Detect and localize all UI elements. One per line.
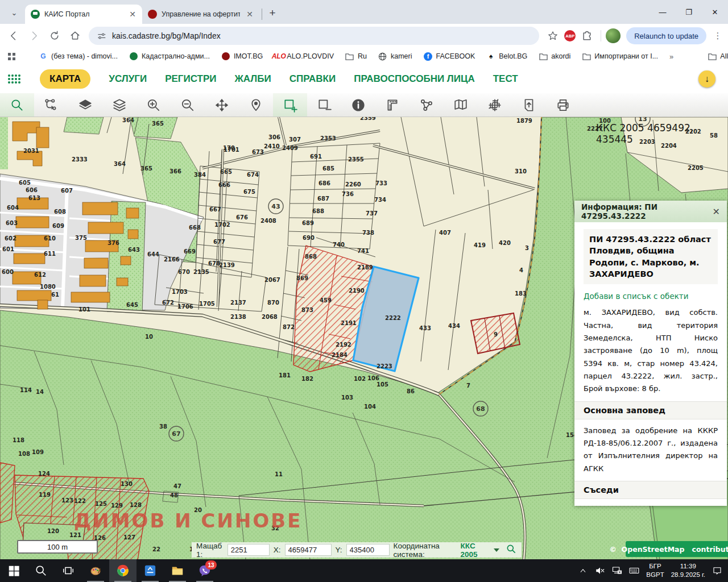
nav-item-karta[interactable]: КАРТА <box>40 69 90 89</box>
nav-item-zhalbi[interactable]: ЖАЛБИ <box>235 73 271 85</box>
minimize-button[interactable]: — <box>650 0 676 24</box>
viber-app-icon[interactable]: 13 <box>191 559 218 582</box>
omnibox[interactable]: kais.cadastre.bg/bg/Map/Index <box>89 27 539 45</box>
start-button[interactable] <box>0 559 27 582</box>
reload-icon[interactable] <box>46 27 64 45</box>
language-indicator[interactable]: БГР BGPT <box>646 562 664 579</box>
map-tool-icon[interactable] <box>444 93 478 117</box>
chrome-app-icon[interactable] <box>109 559 136 582</box>
parcel-label: 2137 <box>230 300 246 306</box>
url-text[interactable]: kais.cadastre.bg/bg/Map/Index <box>112 31 221 40</box>
site-settings-icon[interactable] <box>97 31 106 41</box>
extensions-puzzle-icon[interactable] <box>578 27 596 45</box>
neighbors-row: 47295.43.389,47295.43.407, <box>584 504 718 506</box>
zoom-out-tool-icon[interactable] <box>171 93 205 117</box>
layers-stack-tool-icon[interactable] <box>102 93 136 117</box>
parcel-label: 609 <box>52 223 64 229</box>
tab-close-icon[interactable]: ✕ <box>245 9 255 19</box>
coordinates-tool-icon[interactable] <box>478 93 512 117</box>
parcel-label: 733 <box>375 180 387 186</box>
apps-grid-icon[interactable] <box>7 52 16 61</box>
info-tool-icon[interactable] <box>341 93 375 117</box>
nav-item-test[interactable]: ТЕСТ <box>493 73 518 85</box>
location-pin-tool-icon[interactable] <box>239 93 273 117</box>
back-icon[interactable] <box>5 27 23 45</box>
status-search-icon[interactable] <box>506 543 517 556</box>
browser-menu-icon[interactable]: ⋮ <box>712 31 723 41</box>
parcel-heading: ПИ 47295.43.2222 област Пловдив, община … <box>584 229 718 284</box>
bookmark-facebook[interactable]: fFACEBOOK <box>423 52 475 61</box>
bookmark-google[interactable]: G(без тема) - dimovi... <box>39 52 118 61</box>
bookmark-star-icon[interactable] <box>544 27 562 45</box>
nav-item-spravki[interactable]: СПРАВКИ <box>289 73 336 85</box>
download-button[interactable]: ↓ <box>698 70 715 88</box>
new-tab-button[interactable]: + <box>264 6 280 22</box>
volume-muted-icon[interactable] <box>595 566 605 576</box>
bookmarks-overflow-icon[interactable]: » <box>669 52 673 61</box>
layers-tool-icon[interactable] <box>68 93 102 117</box>
parcel-label: 2138 <box>230 314 246 320</box>
relaunch-button[interactable]: Relaunch to update <box>626 27 706 44</box>
deselect-area-tool-icon[interactable] <box>307 93 341 117</box>
nav-item-pravosposobni[interactable]: ПРАВОСПОСОБНИ ЛИЦА <box>354 73 475 85</box>
pan-tool-icon[interactable] <box>205 93 239 117</box>
profile-avatar[interactable] <box>606 28 621 43</box>
map-canvas[interactable]: 3643652359187923533063072410240917016736… <box>0 117 728 560</box>
bookmark-ru-folder[interactable]: Ru <box>345 52 367 61</box>
parcel-label: 366 <box>169 168 181 174</box>
parcel-label: 310 <box>515 168 527 174</box>
menu-dots-grid-icon[interactable] <box>7 72 22 86</box>
action-center-icon[interactable] <box>712 566 722 576</box>
bookmark-akordi[interactable]: akordi <box>539 52 570 61</box>
tab-close-icon[interactable]: ✕ <box>127 9 138 19</box>
parcel-label: 109 <box>32 449 44 455</box>
forward-icon[interactable] <box>25 27 43 45</box>
bookmark-alo[interactable]: ALOALO.PLOVDIV <box>274 52 334 61</box>
nav-item-uslugi[interactable]: УСЛУГИ <box>109 73 147 85</box>
add-to-list-link[interactable]: Добави в списък с обекти <box>584 292 718 301</box>
paint-app-icon[interactable] <box>82 559 109 582</box>
scan-app-icon[interactable] <box>136 559 164 582</box>
crs-dropdown-icon[interactable] <box>494 548 499 552</box>
tab-search-chevron-icon[interactable]: ⌄ <box>6 4 23 21</box>
all-bookmarks[interactable]: All Bookmarks <box>708 52 728 61</box>
parcel-label: 105 <box>377 381 388 388</box>
network-icon[interactable] <box>612 566 622 576</box>
folder-icon <box>345 53 354 60</box>
bookmark-imported-folder[interactable]: Импортирани от I... <box>582 52 658 61</box>
tray-chevron-icon[interactable] <box>578 566 588 576</box>
route-tool-icon[interactable] <box>34 93 68 117</box>
scale-input[interactable] <box>228 544 270 556</box>
measure-tool-icon[interactable] <box>375 93 410 117</box>
parcel-label: 11 <box>275 471 283 477</box>
file-explorer-icon[interactable] <box>164 559 191 582</box>
x-input[interactable] <box>285 544 332 556</box>
crs-value[interactable]: ККС 2005 <box>461 542 487 559</box>
task-view-icon[interactable] <box>55 559 82 582</box>
tab-kais[interactable]: КАИС Портал ✕ <box>25 5 142 24</box>
taskbar-search-icon[interactable] <box>27 559 55 582</box>
bookmark-belot[interactable]: ♠Belot.BG <box>486 52 527 61</box>
osm-attribution[interactable]: © OpenStreetMap contributors. <box>626 541 728 557</box>
bookmark-kameri[interactable]: kameri <box>378 52 412 61</box>
share-tool-icon[interactable] <box>410 93 444 117</box>
print-tool-icon[interactable] <box>546 93 580 117</box>
bookmark-imot[interactable]: IMOT.BG <box>221 52 263 61</box>
export-tool-icon[interactable] <box>512 93 546 117</box>
maximize-button[interactable]: ❐ <box>676 0 702 24</box>
search-tool-icon[interactable] <box>0 93 34 117</box>
keyboard-icon[interactable] <box>629 566 639 576</box>
info-panel-close-icon[interactable]: ✕ <box>713 206 720 217</box>
parcel-label: 2192 <box>336 342 351 348</box>
home-icon[interactable] <box>66 27 84 45</box>
bookmark-kais[interactable]: Кадастрално-адми... <box>129 52 210 61</box>
clock[interactable]: 11:39 28.9.2025 г. <box>671 562 705 579</box>
nav-item-registri[interactable]: РЕГИСТРИ <box>165 73 216 85</box>
close-button[interactable]: ✕ <box>702 0 728 24</box>
parcel-label: 1706 <box>177 304 193 310</box>
zoom-in-tool-icon[interactable] <box>136 93 171 117</box>
select-area-tool-icon[interactable] <box>273 93 307 117</box>
adblock-extension-icon[interactable]: ABP <box>564 30 576 41</box>
tab-offers[interactable]: Управление на офертите - ✕ <box>142 5 259 24</box>
y-input[interactable] <box>346 544 390 556</box>
